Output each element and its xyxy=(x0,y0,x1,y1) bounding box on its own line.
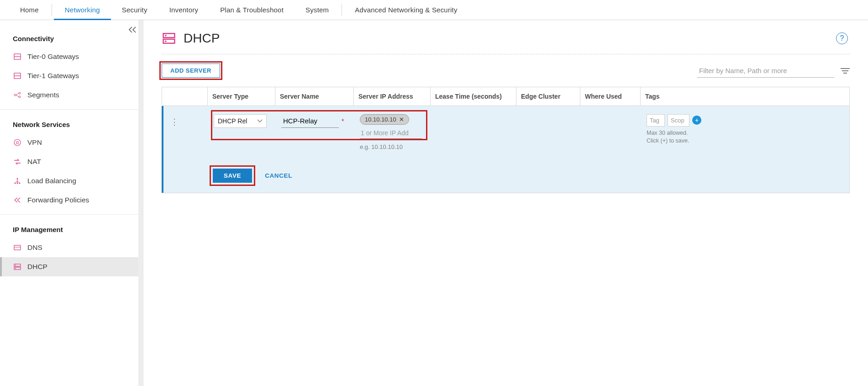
col-where-used[interactable]: Where Used xyxy=(580,87,640,106)
dhcp-page-icon xyxy=(162,31,176,46)
svg-point-5 xyxy=(19,92,21,94)
top-nav: Home Networking Security Inventory Plan … xyxy=(0,0,868,20)
dhcp-grid: Server Type Server Name Server IP Addres… xyxy=(162,87,850,193)
col-lease-time[interactable]: Lease Time (seconds) xyxy=(430,87,516,106)
sidebar-item-dhcp[interactable]: DHCP xyxy=(0,257,138,276)
sidebar-item-lb[interactable]: Load Balancing xyxy=(0,171,138,190)
sidebar-item-label: Tier-0 Gateways xyxy=(27,53,79,61)
svg-line-8 xyxy=(16,95,19,97)
sidebar-item-label: NAT xyxy=(27,158,41,166)
sidebar-item-label: DNS xyxy=(27,243,42,252)
section-ip-management: IP Management xyxy=(0,215,138,238)
sidebar-item-tier0[interactable]: Tier-0 Gateways xyxy=(0,47,138,66)
tab-networking[interactable]: Networking xyxy=(54,0,111,20)
svg-point-9 xyxy=(14,139,21,146)
router-icon xyxy=(13,53,22,61)
col-server-name[interactable]: Server Name xyxy=(275,87,353,106)
sidebar-item-segments[interactable]: Segments xyxy=(0,85,138,105)
vpn-icon xyxy=(13,138,22,147)
chevron-down-icon xyxy=(257,119,263,123)
row-actions-menu[interactable]: ⋮ xyxy=(163,114,185,127)
table-row-edit: ⋮ DHCP Rel * xyxy=(162,106,849,193)
server-type-select[interactable]: DHCP Rel xyxy=(214,114,267,128)
segments-icon xyxy=(13,91,22,99)
sidebar-item-vpn[interactable]: VPN xyxy=(0,133,138,152)
sidebar-item-label: Forwarding Policies xyxy=(27,196,89,204)
svg-point-4 xyxy=(14,94,16,96)
filter-icon[interactable] xyxy=(841,68,850,74)
section-network-services: Network Services xyxy=(0,110,138,133)
nav-separator xyxy=(52,4,52,16)
sidebar-item-label: Segments xyxy=(27,91,59,99)
sidebar-item-forwarding[interactable]: Forwarding Policies xyxy=(0,190,138,210)
forward-icon xyxy=(13,196,22,204)
ip-chip[interactable]: 10.10.10.10 ✕ xyxy=(360,114,409,125)
nav-separator xyxy=(342,4,342,16)
sidebar-item-nat[interactable]: NAT xyxy=(0,152,138,171)
content-area: DHCP ? ADD SERVER Server Type Server Nam… xyxy=(143,20,868,386)
sidebar: Connectivity Tier-0 Gateways Tier-1 Gate… xyxy=(0,20,143,386)
svg-point-19 xyxy=(15,265,16,266)
sidebar-item-dns[interactable]: DNS xyxy=(0,238,138,257)
tags-hint: Max 30 allowed. Click (+) to save. xyxy=(647,129,701,145)
tab-inventory[interactable]: Inventory xyxy=(158,0,210,20)
sidebar-item-label: DHCP xyxy=(27,263,47,271)
scope-input[interactable] xyxy=(668,114,689,127)
dns-icon xyxy=(13,243,22,252)
tab-system[interactable]: System xyxy=(295,0,340,20)
svg-point-20 xyxy=(15,268,16,269)
tab-security[interactable]: Security xyxy=(111,0,158,20)
router-icon xyxy=(13,72,22,80)
ip-hint: e.g. 10.10.10.10 xyxy=(360,143,427,150)
lb-icon xyxy=(13,177,22,185)
remove-ip-icon[interactable]: ✕ xyxy=(399,116,404,123)
required-indicator: * xyxy=(342,117,344,125)
dhcp-icon xyxy=(13,263,22,271)
svg-point-23 xyxy=(165,35,167,37)
sidebar-item-tier1[interactable]: Tier-1 Gateways xyxy=(0,66,138,85)
tab-home[interactable]: Home xyxy=(9,0,50,20)
svg-point-6 xyxy=(19,96,21,98)
svg-line-7 xyxy=(16,93,19,95)
section-connectivity: Connectivity xyxy=(0,24,138,47)
sidebar-item-label: Load Balancing xyxy=(27,177,76,185)
sidebar-item-label: VPN xyxy=(27,138,42,147)
svg-rect-10 xyxy=(16,142,18,144)
col-server-type[interactable]: Server Type xyxy=(207,87,275,106)
add-tag-icon[interactable]: + xyxy=(692,116,701,125)
tab-plan-troubleshoot[interactable]: Plan & Troubleshoot xyxy=(209,0,295,20)
filter-input[interactable] xyxy=(697,64,834,78)
add-server-button[interactable]: ADD SERVER xyxy=(162,63,220,78)
help-icon[interactable]: ? xyxy=(836,32,848,44)
col-tags[interactable]: Tags xyxy=(640,87,849,106)
nat-icon xyxy=(13,158,22,166)
tag-input[interactable] xyxy=(647,114,665,127)
save-button[interactable]: SAVE xyxy=(213,169,252,183)
ip-address-input[interactable] xyxy=(360,127,422,139)
tab-advanced[interactable]: Advanced Networking & Security xyxy=(344,0,468,20)
server-name-input[interactable] xyxy=(281,114,339,128)
col-server-ip[interactable]: Server IP Address xyxy=(353,87,430,106)
svg-rect-15 xyxy=(14,245,21,250)
grid-header: Server Type Server Name Server IP Addres… xyxy=(162,87,849,106)
svg-point-24 xyxy=(165,40,167,42)
collapse-sidebar-icon[interactable] xyxy=(128,26,137,33)
cancel-button[interactable]: CANCEL xyxy=(265,172,292,179)
col-edge-cluster[interactable]: Edge Cluster xyxy=(516,87,580,106)
page-title: DHCP xyxy=(184,31,220,46)
sidebar-item-label: Tier-1 Gateways xyxy=(27,72,79,80)
